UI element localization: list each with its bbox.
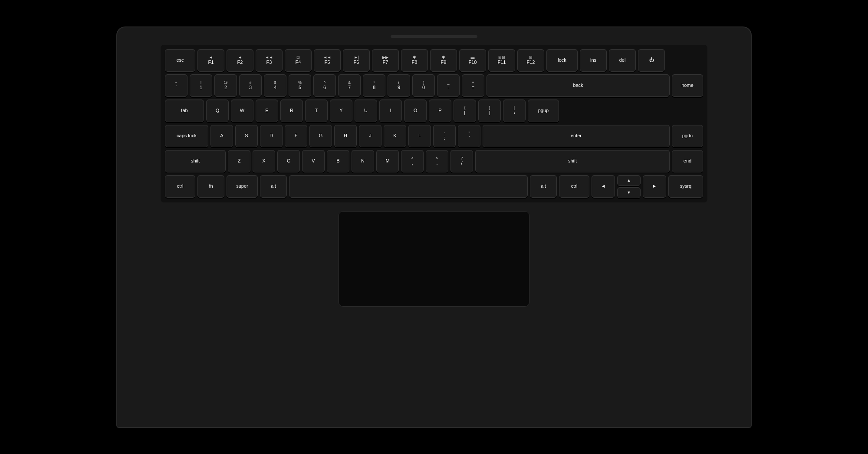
key-lbracket[interactable]: { [ (454, 99, 476, 122)
key-ins-label: ins (590, 57, 596, 63)
key-f10[interactable]: ▬ F10 (459, 49, 486, 72)
key-slash[interactable]: ? / (450, 150, 473, 172)
key-del[interactable]: del (609, 49, 636, 72)
key-ctrl-right[interactable]: ctrl (559, 175, 589, 198)
key-y[interactable]: Y (330, 99, 352, 122)
fn-row: esc ◄ F1 ◄ F2 ◄◄ F3 ⊡ F4 ◄◄ F5 (165, 49, 703, 72)
laptop-body: esc ◄ F1 ◄ F2 ◄◄ F3 ⊡ F4 ◄◄ F5 (117, 27, 751, 427)
key-arrow-left[interactable]: ◄ (592, 175, 615, 198)
laptop-camera-bar (391, 35, 477, 38)
key-o[interactable]: O (404, 99, 427, 122)
key-s[interactable]: S (235, 125, 258, 147)
key-super[interactable]: super (227, 175, 258, 198)
key-b[interactable]: B (327, 150, 349, 172)
key-f3[interactable]: ◄◄ F3 (256, 49, 283, 72)
key-ins[interactable]: ins (580, 49, 607, 72)
key-pgup[interactable]: pgup (528, 99, 559, 122)
key-5[interactable]: % 5 (289, 74, 311, 97)
key-alt-left[interactable]: alt (260, 175, 287, 198)
key-backslash[interactable]: | \ (503, 99, 526, 122)
key-sysrq[interactable]: sysrq (668, 175, 703, 198)
key-f8[interactable]: ✱ F8 (401, 49, 428, 72)
key-equals[interactable]: + = (462, 74, 484, 97)
key-tab[interactable]: tab (165, 99, 204, 122)
key-f2-icon: ◄ (238, 55, 242, 60)
key-f12[interactable]: ⊟ F12 (517, 49, 544, 72)
key-z[interactable]: Z (228, 150, 250, 172)
key-backtick[interactable]: ~ ` (165, 74, 187, 97)
key-capslock-label: caps lock (177, 133, 197, 139)
key-home[interactable]: home (672, 74, 703, 97)
key-f2[interactable]: ◄ F2 (227, 49, 253, 72)
key-m[interactable]: M (376, 150, 399, 172)
key-semicolon[interactable]: : ; (433, 125, 456, 147)
key-lock[interactable]: lock (546, 49, 578, 72)
key-6[interactable]: ^ 6 (313, 74, 336, 97)
key-1[interactable]: ! 1 (190, 74, 212, 97)
key-7[interactable]: & 7 (338, 74, 361, 97)
key-pgdn[interactable]: pgdn (672, 125, 703, 147)
key-n[interactable]: N (352, 150, 374, 172)
key-f9[interactable]: ✱ F9 (430, 49, 457, 72)
key-c[interactable]: C (277, 150, 300, 172)
key-g[interactable]: G (309, 125, 332, 147)
key-arrow-up[interactable]: ▲ (617, 175, 641, 186)
key-w[interactable]: W (231, 99, 253, 122)
key-0[interactable]: ) 0 (412, 74, 435, 97)
key-f1[interactable]: ◄ F1 (197, 49, 224, 72)
key-f7[interactable]: ▶▶ F7 (372, 49, 399, 72)
key-u[interactable]: U (355, 99, 377, 122)
key-d[interactable]: D (260, 125, 283, 147)
key-arrow-right[interactable]: ► (643, 175, 666, 198)
key-f5-label: F5 (325, 60, 330, 65)
key-f9-icon: ✱ (442, 55, 445, 60)
key-x[interactable]: X (253, 150, 275, 172)
key-r[interactable]: R (280, 99, 303, 122)
key-shift-right-label: shift (568, 158, 577, 164)
key-power[interactable]: ⏻ (638, 49, 665, 72)
key-space[interactable] (289, 175, 528, 198)
key-9[interactable]: ( 9 (388, 74, 410, 97)
key-comma[interactable]: < , (401, 150, 424, 172)
trackpad[interactable] (339, 211, 529, 307)
key-minus[interactable]: _ - (437, 74, 460, 97)
key-arrow-down[interactable]: ▼ (617, 187, 641, 198)
key-l[interactable]: L (408, 125, 431, 147)
key-backspace[interactable]: back (487, 74, 670, 97)
key-alt-left-label: alt (271, 183, 276, 189)
key-shift-left[interactable]: shift (165, 150, 226, 172)
key-v[interactable]: V (302, 150, 325, 172)
key-8[interactable]: * 8 (363, 74, 385, 97)
key-f11[interactable]: ⊟⊟ F11 (488, 49, 515, 72)
key-pgup-label: pgup (538, 108, 549, 113)
key-f6[interactable]: ►| F6 (343, 49, 370, 72)
key-alt-right[interactable]: alt (530, 175, 557, 198)
key-f[interactable]: F (285, 125, 307, 147)
key-ctrl-left[interactable]: ctrl (165, 175, 195, 198)
key-i[interactable]: I (379, 99, 402, 122)
key-3[interactable]: # 3 (239, 74, 262, 97)
key-a[interactable]: A (210, 125, 233, 147)
key-k[interactable]: K (384, 125, 406, 147)
key-t[interactable]: T (305, 99, 328, 122)
key-esc[interactable]: esc (165, 49, 195, 72)
key-e[interactable]: E (256, 99, 278, 122)
key-2[interactable]: @ 2 (214, 74, 237, 97)
key-j[interactable]: J (359, 125, 381, 147)
key-apostrophe[interactable]: " ' (458, 125, 480, 147)
key-4[interactable]: $ 4 (264, 74, 286, 97)
key-p[interactable]: P (429, 99, 451, 122)
key-capslock[interactable]: caps lock (165, 125, 208, 147)
key-end[interactable]: end (672, 150, 703, 172)
key-f1-label: F1 (208, 60, 214, 65)
key-enter[interactable]: enter (483, 125, 670, 147)
key-q[interactable]: Q (206, 99, 229, 122)
key-rbracket[interactable]: } ] (478, 99, 501, 122)
key-h[interactable]: H (334, 125, 357, 147)
key-shift-right[interactable]: shift (475, 150, 670, 172)
key-fn[interactable]: fn (197, 175, 224, 198)
key-f4[interactable]: ⊡ F4 (285, 49, 312, 72)
key-f5[interactable]: ◄◄ F5 (314, 49, 341, 72)
key-period[interactable]: > . (426, 150, 448, 172)
key-f12-label: F12 (527, 60, 535, 65)
